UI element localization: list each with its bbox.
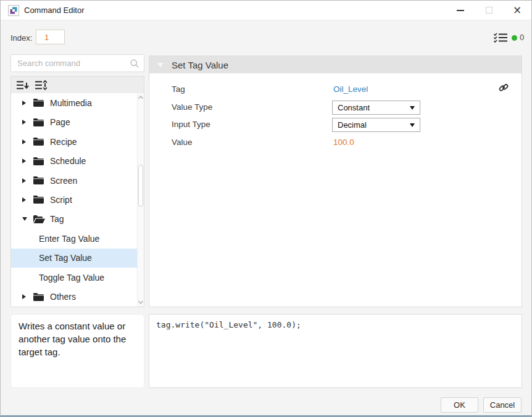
settings-title: Set Tag Value bbox=[172, 60, 228, 70]
value-type-selected: Constant bbox=[338, 103, 370, 112]
tree-item-set-tag-value[interactable]: Set Tag Value bbox=[11, 249, 137, 268]
tree-item-others[interactable]: Others bbox=[11, 287, 137, 307]
search-icon bbox=[130, 59, 139, 68]
cancel-button[interactable]: Cancel bbox=[483, 397, 522, 413]
value-label: Value bbox=[172, 138, 193, 147]
title-bar: Command Editor × bbox=[1, 1, 531, 20]
value-field[interactable]: 100.0 bbox=[333, 138, 354, 147]
tag-value-link[interactable]: Oil_Level bbox=[333, 85, 368, 94]
tree-item-recipe[interactable]: Recipe bbox=[11, 132, 137, 151]
scroll-down-icon[interactable] bbox=[138, 299, 143, 304]
dropdown-arrow-icon bbox=[410, 123, 415, 127]
app-logo-icon bbox=[8, 5, 19, 16]
command-settings-panel: Set Tag Value Tag Oil_Level Value Type C… bbox=[149, 56, 522, 307]
chevron-right-icon[interactable] bbox=[22, 101, 30, 105]
tree-item-script[interactable]: Script bbox=[11, 190, 137, 209]
open-folder-icon bbox=[33, 215, 45, 223]
chevron-right-icon[interactable] bbox=[22, 197, 30, 202]
link-tag-icon[interactable] bbox=[497, 81, 510, 94]
collapse-all-icon[interactable] bbox=[17, 80, 29, 90]
input-type-dropdown[interactable]: Decimal bbox=[332, 118, 420, 132]
chevron-right-icon[interactable] bbox=[22, 294, 30, 299]
tree-list: Multimedia Page Recipe Schedule Screen bbox=[11, 93, 137, 307]
input-type-label: Input Type bbox=[172, 120, 210, 129]
collapse-section-icon bbox=[157, 63, 164, 67]
folder-icon bbox=[33, 118, 45, 126]
folder-icon bbox=[33, 293, 45, 301]
search-box bbox=[10, 54, 144, 72]
chevron-right-icon[interactable] bbox=[22, 159, 30, 163]
minimize-button[interactable] bbox=[446, 1, 475, 20]
chevron-right-icon[interactable] bbox=[22, 139, 30, 144]
tree-scrollbar[interactable] bbox=[137, 93, 144, 307]
code-preview: tag.write("Oil_Level", 100.0); bbox=[149, 314, 522, 388]
folder-icon bbox=[33, 196, 45, 204]
folder-icon bbox=[33, 99, 45, 107]
tree-item-toggle-tag-value[interactable]: Toggle Tag Value bbox=[11, 268, 137, 287]
input-type-selected: Decimal bbox=[338, 120, 367, 130]
command-editor-window: Command Editor × Index: 0 bbox=[0, 0, 532, 417]
value-type-dropdown[interactable]: Constant bbox=[332, 101, 420, 115]
command-list-icon[interactable] bbox=[494, 33, 507, 43]
command-tree-panel: Multimedia Page Recipe Schedule Screen bbox=[10, 76, 144, 307]
command-description: Writes a constant value or another tag v… bbox=[10, 314, 144, 388]
scroll-up-icon[interactable] bbox=[138, 96, 143, 101]
chevron-down-icon[interactable] bbox=[22, 217, 30, 221]
folder-icon bbox=[33, 157, 45, 165]
index-input[interactable] bbox=[36, 30, 65, 44]
chevron-right-icon[interactable] bbox=[22, 120, 30, 125]
dropdown-arrow-icon bbox=[410, 106, 415, 110]
folder-icon bbox=[33, 138, 45, 146]
maximize-button[interactable] bbox=[475, 1, 503, 20]
window-title: Command Editor bbox=[24, 6, 85, 15]
tree-item-enter-tag-value[interactable]: Enter Tag Value bbox=[11, 229, 137, 248]
tree-item-schedule[interactable]: Schedule bbox=[11, 151, 137, 170]
close-button[interactable]: × bbox=[503, 1, 531, 20]
scrollbar-thumb[interactable] bbox=[138, 165, 143, 207]
search-input[interactable] bbox=[11, 55, 144, 72]
folder-icon bbox=[33, 176, 45, 184]
maximize-icon bbox=[486, 7, 493, 14]
chevron-right-icon[interactable] bbox=[22, 178, 30, 183]
ok-button[interactable]: OK bbox=[441, 397, 478, 413]
tree-item-page[interactable]: Page bbox=[11, 112, 137, 131]
expand-all-icon[interactable] bbox=[35, 80, 48, 90]
tag-label: Tag bbox=[172, 85, 185, 94]
tree-item-tag[interactable]: Tag bbox=[11, 210, 137, 229]
value-type-label: Value Type bbox=[172, 102, 212, 112]
status-dot-icon bbox=[512, 35, 517, 41]
tree-item-screen[interactable]: Screen bbox=[11, 171, 137, 190]
index-label: Index: bbox=[10, 33, 32, 43]
command-count: 0 bbox=[520, 33, 524, 42]
minimize-icon bbox=[457, 10, 464, 11]
tree-toolbar bbox=[11, 76, 144, 93]
tree-item-multimedia[interactable]: Multimedia bbox=[11, 93, 137, 112]
settings-header[interactable]: Set Tag Value bbox=[149, 56, 522, 73]
close-icon: × bbox=[513, 5, 522, 15]
